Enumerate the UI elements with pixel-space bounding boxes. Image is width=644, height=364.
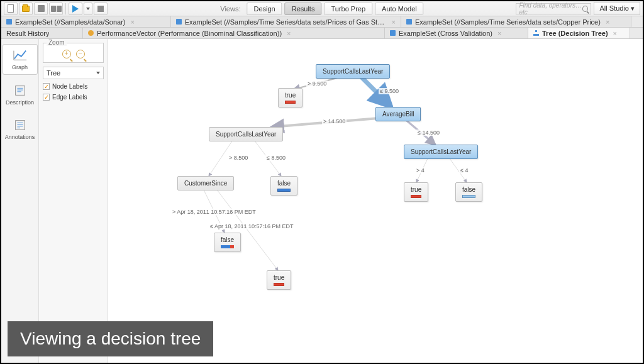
leaf-true2[interactable]: true	[404, 182, 428, 202]
data-icon	[390, 30, 396, 36]
sidebar-graph[interactable]: Graph	[3, 44, 38, 75]
save-all-icon	[51, 6, 62, 12]
checkbox-icon: ✓	[43, 94, 50, 101]
studio-label: All Studio ▾	[599, 4, 635, 13]
view-auto-model[interactable]: Auto Model	[375, 3, 424, 15]
save-all-button[interactable]	[49, 3, 63, 15]
stop-button[interactable]	[94, 3, 108, 15]
views-label: Views:	[220, 5, 240, 13]
studio-dropdown[interactable]: All Studio ▾	[594, 2, 640, 15]
tab-result-history[interactable]: Result History	[1, 28, 83, 38]
leaf-false1[interactable]: false	[270, 176, 297, 196]
tab-gas[interactable]: ExampleSet (//Samples/Time Series/data s…	[171, 16, 401, 27]
edge-label: > 9.500	[306, 80, 328, 87]
edge-label: ≤ 14.500	[416, 130, 441, 136]
sidebar-annotations[interactable]: Annotations	[3, 114, 38, 144]
node-sup2[interactable]: SupportCallsLastYear	[209, 127, 283, 141]
node-avg[interactable]: AverageBill	[375, 107, 421, 121]
tab-label: PerformanceVector (Performance (Binomina…	[97, 30, 282, 37]
leaf-label: true	[274, 274, 284, 281]
file-icon	[8, 4, 14, 13]
view-design[interactable]: Design	[247, 3, 282, 15]
select-value: Tree	[47, 69, 60, 77]
close-icon[interactable]: ×	[130, 18, 134, 26]
tree-edges	[108, 39, 643, 363]
edge-label: ≤ Apr 18, 2011 10:57:16 PM EDT	[209, 223, 295, 229]
tab-label: Result History	[6, 30, 49, 37]
stop-icon	[97, 6, 104, 12]
save-button[interactable]	[34, 3, 48, 15]
view-mode-select[interactable]: Tree	[43, 67, 104, 79]
close-icon[interactable]: ×	[497, 30, 501, 37]
tab-label: ExampleSet (//Samples/Time Series/data s…	[415, 18, 601, 26]
tree-canvas[interactable]: SupportCallsLastYear AverageBill Support…	[108, 39, 643, 363]
leaf-label: true	[411, 186, 421, 193]
run-dropdown[interactable]	[84, 3, 92, 15]
leaf-label: false	[462, 186, 475, 193]
open-button[interactable]	[19, 3, 33, 15]
leaf-false2[interactable]: false	[455, 182, 482, 202]
close-icon[interactable]: ×	[392, 18, 396, 26]
edge-label: > 4	[415, 167, 426, 174]
tab-performance[interactable]: PerformanceVector (Performance (Binomina…	[83, 28, 385, 38]
graph-icon	[13, 48, 28, 62]
caption-overlay: Viewing a decision tree	[8, 321, 213, 356]
tab-label: ExampleSet (//Samples/Time Series/data s…	[185, 18, 387, 26]
tab-copper[interactable]: ExampleSet (//Samples/Time Series/data s…	[401, 16, 631, 27]
node-root[interactable]: SupportCallsLastYear	[316, 64, 390, 79]
leaf-label: true	[285, 92, 296, 99]
sidebar-label: Description	[6, 99, 34, 106]
run-button[interactable]	[69, 3, 82, 15]
search-area: Find data, operators…etc All Studio ▾	[516, 2, 640, 15]
tab-decision-tree[interactable]: Tree (Decision Tree)×	[528, 28, 630, 38]
tab-label: ExampleSet (//Samples/data/Sonar)	[15, 18, 125, 26]
node-labels-checkbox[interactable]: ✓ Node Labels	[43, 83, 104, 90]
search-placeholder: Find data, operators…etc	[519, 2, 582, 16]
chevron-down-icon	[96, 72, 100, 74]
control-panel: Zoom Tree ✓ Node Labels ✓ Edge Labels	[39, 39, 108, 363]
tabs-row-2: Result History PerformanceVector (Perfor…	[1, 28, 643, 39]
node-cust[interactable]: CustomerSince	[177, 176, 234, 190]
sidebar-label: Graph	[12, 64, 28, 70]
edge-label: ≤ 4	[459, 167, 469, 174]
view-turbo-prep[interactable]: Turbo Prep	[324, 3, 372, 15]
node-sup3[interactable]: SupportCallsLastYear	[404, 145, 478, 159]
tab-cross-validation[interactable]: ExampleSet (Cross Validation)×	[385, 28, 528, 38]
leaf-true3[interactable]: true	[267, 270, 291, 290]
sidebar-description[interactable]: Description	[3, 80, 38, 109]
close-icon[interactable]: ×	[606, 18, 609, 26]
leaf-true1[interactable]: true	[278, 88, 303, 108]
new-button[interactable]	[4, 3, 18, 15]
checkbox-icon: ✓	[43, 83, 50, 90]
view-sidebar: Graph Description Annotations	[1, 39, 39, 363]
zoom-out-button[interactable]	[76, 50, 85, 58]
tab-label: ExampleSet (Cross Validation)	[399, 30, 492, 37]
sidebar-label: Annotations	[5, 134, 35, 140]
svg-rect-6	[15, 121, 25, 130]
edge-label: > 8.500	[228, 155, 249, 161]
leaf-false3[interactable]: false	[214, 233, 241, 252]
zoom-box: Zoom	[43, 43, 104, 63]
tab-sonar[interactable]: ExampleSet (//Samples/data/Sonar)×	[1, 16, 171, 27]
svg-rect-2	[15, 86, 25, 96]
edge-labels-checkbox[interactable]: ✓ Edge Labels	[43, 94, 104, 101]
view-results[interactable]: Results	[285, 3, 322, 15]
data-icon	[406, 19, 412, 25]
edge-label: ≤ 8.500	[265, 155, 287, 161]
checkbox-label: Edge Labels	[52, 94, 87, 101]
leaf-label: false	[277, 180, 291, 187]
checkbox-label: Node Labels	[52, 83, 87, 90]
annotations-icon	[13, 118, 28, 132]
separator	[65, 3, 66, 14]
zoom-in-button[interactable]	[62, 50, 71, 58]
perf-icon	[88, 30, 94, 36]
edge-label: > Apr 18, 2011 10:57:16 PM EDT	[171, 209, 257, 215]
zoom-title: Zoom	[47, 39, 67, 46]
edge-label: > 14.500	[322, 118, 347, 124]
search-input[interactable]: Find data, operators…etc	[516, 3, 591, 14]
close-icon[interactable]: ×	[613, 30, 617, 37]
close-icon[interactable]: ×	[287, 30, 291, 37]
chevron-down-icon	[86, 8, 90, 10]
tabs-row-1: ExampleSet (//Samples/data/Sonar)× Examp…	[1, 16, 643, 28]
data-icon	[176, 19, 182, 25]
